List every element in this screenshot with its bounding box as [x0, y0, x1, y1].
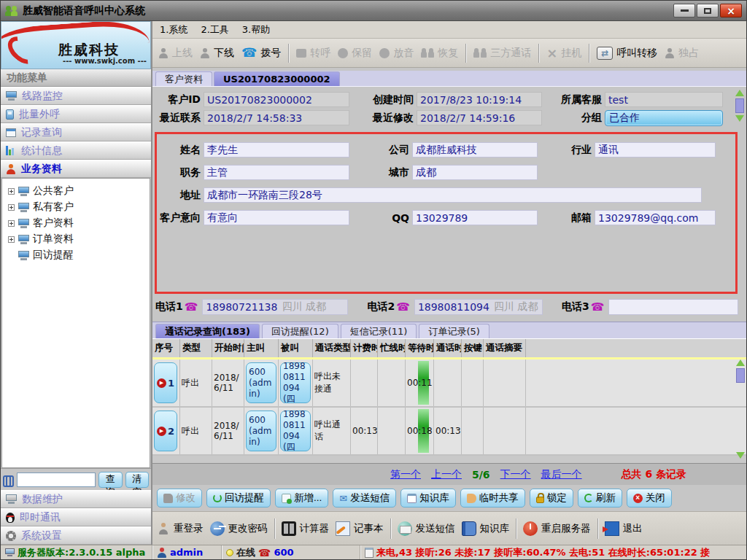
clear-button[interactable]: 清空 [125, 472, 150, 488]
menu-system[interactable]: 1.系统 [160, 23, 187, 36]
col-header[interactable]: 主叫 [244, 339, 279, 357]
table-scrollbar[interactable] [735, 359, 746, 459]
title-field[interactable]: 主管 [204, 165, 349, 180]
menu-help[interactable]: 3.帮助 [242, 23, 270, 36]
tree-item-revisit-reminder[interactable]: 回访提醒 [7, 247, 150, 263]
knowledge-base-button[interactable]: 知识库 [400, 489, 456, 508]
address-field[interactable]: 成都市一环路南三段28号 [204, 187, 702, 203]
scroll-thumb[interactable] [736, 368, 745, 383]
tab-revisit-reminders[interactable]: 回访提醒(12) [262, 324, 338, 338]
sidebar-item-record-query[interactable]: 记录查询 [1, 123, 151, 141]
menu-tools[interactable]: 2.工具 [201, 23, 228, 36]
close-circle-icon: × [633, 494, 643, 503]
tab-customer-record[interactable]: US20170823000002 [214, 71, 340, 86]
scroll-up-icon[interactable] [736, 359, 745, 366]
call-statistics-section: 来电,43 接听:26 未接:17 接听率:60.47% 去电:51 在线时长:… [360, 545, 746, 559]
send-sms-button[interactable]: ✉发送短信 [333, 489, 396, 508]
sidebar-item-business-data[interactable]: 业务资料 [1, 160, 151, 178]
col-header[interactable]: 通话类型 [313, 339, 351, 357]
search-input[interactable] [17, 472, 96, 487]
industry-field[interactable]: 通讯 [595, 142, 716, 158]
exit-button[interactable]: 退出 [605, 521, 643, 536]
toolbar-dial[interactable]: ☎ 拨号 [241, 47, 281, 60]
table-row[interactable]: ▶1 呼出 2018/6/11 600 (admin) 18980811094 … [152, 359, 746, 408]
sidebar-item-instant-message[interactable]: 即时通讯 [1, 508, 151, 526]
sidebar-item-line-monitor[interactable]: 线路监控 [1, 87, 151, 105]
callee-badge[interactable]: 18980811094 (四 [280, 362, 311, 403]
col-header[interactable]: 开始时间 [212, 339, 244, 357]
scroll-up-icon[interactable] [735, 90, 744, 96]
scroll-thumb[interactable] [735, 98, 744, 113]
col-header[interactable]: 类型 [180, 339, 212, 357]
sidebar-item-statistics[interactable]: 统计信息 [1, 141, 151, 160]
next-page-link[interactable]: 下一个 [500, 468, 531, 481]
info-scrollbar[interactable] [735, 90, 745, 122]
col-header[interactable]: 等待时长 [406, 339, 434, 357]
scroll-down-icon[interactable] [735, 115, 744, 122]
qq-field[interactable]: 13029789 [412, 210, 538, 225]
first-page-link[interactable]: 第一个 [390, 468, 421, 481]
col-header[interactable]: 忙线时长 [378, 339, 406, 357]
sidebar-item-batch-call[interactable]: 批量外呼 [1, 105, 151, 123]
phone2-field[interactable]: 18980811094 四川 成都 [414, 299, 543, 315]
revisit-reminder-button[interactable]: 回访提醒 [206, 489, 271, 508]
col-header[interactable]: 通话摘要 [484, 339, 526, 357]
phone1-field[interactable]: 18980721138 四川 成都 [202, 299, 348, 315]
tree-item-customer-data[interactable]: 客户资料 [7, 215, 150, 231]
maximize-button[interactable] [697, 4, 719, 18]
sidebar-item-data-maintenance[interactable]: 数据维护 [1, 490, 151, 508]
relogin-button[interactable]: 重登录 [158, 522, 204, 535]
prev-page-link[interactable]: 上一个 [431, 468, 462, 481]
sidebar-item-system-settings[interactable]: 系统设置 [1, 526, 151, 545]
col-header[interactable]: 通话时长 [434, 339, 462, 357]
refresh-button[interactable]: 刷新 [578, 489, 622, 508]
expand-icon[interactable] [8, 188, 15, 195]
content-area: 1.系统 2.工具 3.帮助 上线 下线 ☎ 拨号 [152, 21, 746, 545]
toolbar-call-forward[interactable]: ⇄ 呼叫转移 [597, 47, 657, 60]
close-panel-button[interactable]: ×关闭 [627, 489, 672, 508]
knowledge-base-toolbar-button[interactable]: 知识库 [462, 521, 510, 536]
last-page-link[interactable]: 最后一个 [541, 468, 582, 481]
add-new-button[interactable]: 新增... [275, 489, 328, 508]
tab-customer-data[interactable]: 客户资料 [155, 71, 212, 86]
minimize-button[interactable] [673, 4, 695, 18]
table-row[interactable]: ▶2 呼出 2018/6/11 600 (admin) 18980811094 … [152, 408, 746, 456]
play-recording-button[interactable]: ▶1 [154, 362, 177, 403]
lock-button[interactable]: 锁定 [530, 489, 573, 508]
scroll-down-icon[interactable] [736, 452, 745, 459]
email-field[interactable]: 13029789@qq.com [595, 210, 716, 225]
change-password-button[interactable]: 更改密码 [210, 521, 268, 536]
query-button[interactable]: 查询 [98, 472, 123, 488]
play-recording-button[interactable]: ▶2 [154, 411, 177, 451]
col-header[interactable]: 被叫 [279, 339, 313, 357]
callee-badge[interactable]: 18980811094 (四 [280, 411, 311, 451]
group-select[interactable]: 已合作 [605, 110, 723, 126]
tree-item-public-customers[interactable]: 公共客户 [7, 183, 150, 199]
tab-call-records[interactable]: 通话记录查询(183) [155, 324, 260, 338]
caller-badge[interactable]: 600 (admin) [246, 411, 276, 451]
tree-item-order-data[interactable]: 订单资料 [7, 231, 150, 247]
send-sms-toolbar-button[interactable]: 发送短信 [398, 521, 455, 536]
name-field[interactable]: 李先生 [204, 142, 349, 158]
tree-item-private-customers[interactable]: 私有客户 [7, 199, 150, 215]
col-header[interactable]: 计费时长 [351, 339, 378, 357]
tab-order-records[interactable]: 订单记录(5) [419, 324, 489, 338]
customer-info-panel: 客户ID US20170823000002 创建时间 2017/8/23 10:… [152, 87, 746, 132]
phone3-field[interactable] [608, 299, 738, 315]
toolbar-go-offline[interactable]: 下线 [200, 47, 234, 60]
expand-icon[interactable] [8, 236, 15, 243]
restart-server-button[interactable]: 重启服务器 [523, 521, 591, 536]
expand-icon[interactable] [8, 204, 15, 211]
tab-sms-records[interactable]: 短信记录(11) [341, 324, 417, 338]
close-button[interactable]: × [720, 4, 742, 18]
col-header[interactable]: 按键 [462, 339, 484, 357]
intent-field[interactable]: 有意向 [204, 210, 349, 225]
caller-badge[interactable]: 600 (admin) [246, 362, 276, 403]
company-field[interactable]: 成都胜威科技 [412, 142, 538, 158]
temp-share-button[interactable]: 临时共享 [460, 489, 525, 508]
col-header[interactable]: 序号 [152, 339, 180, 357]
calculator-button[interactable]: 计算器 [282, 521, 330, 536]
city-field[interactable]: 成都 [412, 165, 538, 180]
notepad-button[interactable]: 记事本 [336, 521, 384, 536]
expand-icon[interactable] [8, 220, 15, 227]
